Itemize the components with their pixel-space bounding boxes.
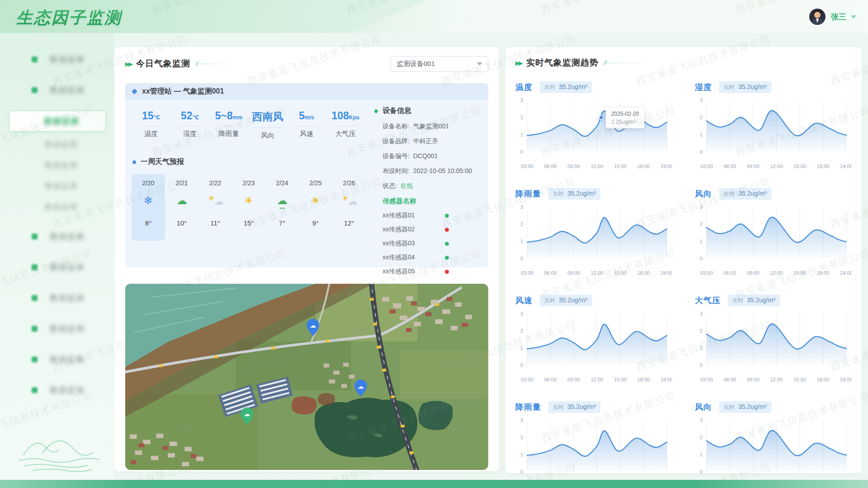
svg-text:12:00: 12:00	[591, 377, 604, 382]
forecast-day[interactable]: 2/25 ☀ 9°	[299, 174, 332, 241]
realtime-badge: 实时 35.2ug/m³	[719, 401, 771, 413]
svg-text:12:00: 12:00	[770, 377, 783, 382]
forecast-day[interactable]: 2/26 ☀☁ 12°	[332, 174, 366, 241]
forecast-date: 2/25	[299, 179, 332, 187]
sidebar-item-blurred[interactable]: 数据监测	[0, 350, 114, 368]
svg-text:24:00: 24:00	[660, 377, 672, 382]
svg-text:24:00: 24:00	[840, 270, 852, 276]
badge-label: 实时	[544, 84, 555, 91]
chart-plot[interactable]: 03:0006:0009:0012:0015:0018:0024:003210	[515, 309, 672, 384]
sidebar-item-blurred[interactable]: 数据监测	[0, 178, 114, 194]
chart-plot[interactable]: 03:0006:0009:0012:0015:0018:0024:003210	[695, 309, 852, 384]
svg-text:18:00: 18:00	[637, 164, 650, 169]
sidebar-item-blurred[interactable]: 数据监测	[0, 258, 114, 276]
forecast-day[interactable]: 2/20 ❄ 8°	[132, 174, 165, 241]
snow-icon: ❄	[144, 194, 153, 206]
forecast-day[interactable]: 2/23 ☀ 15°	[232, 174, 265, 241]
satellite-map[interactable]: ☁ ☁ ☁	[125, 284, 488, 470]
chevron-down-icon[interactable]	[851, 15, 856, 19]
menu-bullet-icon	[32, 87, 38, 93]
forecast-day[interactable]: 2/21 ☁ 10°	[165, 174, 198, 241]
chart-plot[interactable]: 03:0006:0009:0012:0015:0018:0024:003210	[515, 416, 672, 488]
forecast-date: 2/22	[198, 179, 232, 187]
chart-plot[interactable]: 03:0006:0009:0012:0015:0018:0024:003210	[695, 416, 852, 488]
menu-bullet-icon	[32, 56, 38, 62]
sidebar-item-label: 数据监测	[45, 202, 78, 212]
sidebar-item-blurred[interactable]: 数据监测	[0, 319, 114, 338]
sidebar-item-label: 数据监测	[50, 354, 85, 365]
svg-text:1: 1	[520, 132, 523, 137]
dropdown-caret-icon	[477, 62, 482, 66]
sidebar-item-blurred[interactable]: 数据监测	[0, 227, 114, 245]
forecast-date: 2/23	[232, 179, 265, 187]
user-menu[interactable]: 张三	[808, 6, 856, 27]
chart-plot[interactable]: 03:0006:0009:0012:0015:0018:0024:003210	[695, 202, 852, 277]
weather-stats-row: 15℃ 温度 52℃ 湿度 5~8mm 降雨量 西南风 风向 5m/s 风速 1…	[132, 110, 368, 140]
stat-divider	[293, 126, 320, 126]
chart-title: 大气压	[695, 295, 721, 306]
weather-icon: ☁	[165, 193, 198, 213]
forecast-temp: 9°	[299, 219, 332, 227]
sensor-list: xx传感器01 xx传感器02 xx传感器03 xx传感器04 xx传感器05	[374, 211, 481, 276]
field-value: 中科正齐	[413, 137, 439, 145]
svg-text:1: 1	[520, 345, 523, 351]
chart-plot[interactable]: 03:0006:0009:0012:0015:0018:0024:003210	[515, 202, 672, 277]
svg-text:2: 2	[700, 328, 703, 333]
sidebar-item-blurred[interactable]: 数据监测	[0, 199, 114, 215]
footer-bar	[0, 480, 868, 488]
svg-text:3: 3	[700, 98, 703, 103]
forecast-date: 2/24	[265, 179, 299, 187]
sidebar-item-label: 数据监测	[50, 85, 85, 95]
svg-text:18:00: 18:00	[817, 270, 830, 276]
badge-value: 35.2ug/m³	[567, 190, 596, 197]
chart-plot[interactable]: 03:0006:0009:0012:0015:0018:0024:003210	[695, 96, 852, 171]
forecast-day[interactable]: 2/24 ☁ 7°	[265, 174, 299, 241]
trend-chart: 降雨量 实时 35.2ug/m³ 03:0006:0009:0012:0015:…	[515, 400, 672, 488]
svg-text:2: 2	[520, 221, 523, 227]
forecast-day[interactable]: 2/22 ☀☁ 11°	[198, 174, 232, 241]
trend-chart: 温度 实时 35.2ug/m³ 03:0006:0009:0012:0015:0…	[515, 80, 672, 173]
sidebar-item-blurred[interactable]: 数据监测	[0, 81, 114, 99]
sidebar-item-label: 数据监测	[50, 54, 85, 65]
svg-text:24:00: 24:00	[660, 270, 672, 276]
weather-icon: ☀☁	[332, 193, 366, 213]
forecast-title: 一周天气预报	[132, 157, 368, 167]
menu-bullet-icon	[32, 326, 38, 332]
trend-charts-card: ▶▶ 实时气象监测趋势 // 温度 实时 35.2ug/m³ 03:0006:0…	[505, 47, 862, 473]
sensor-status-icon	[445, 256, 449, 260]
sensor-row: xx传感器02	[374, 225, 481, 234]
realtime-badge: 实时 35.2ug/m³	[540, 295, 592, 306]
slash-decoration: //	[196, 61, 199, 67]
sidebar-item-blurred[interactable]: 数据监测	[0, 137, 114, 152]
cloud-icon: ☁	[358, 383, 364, 389]
svg-text:15:00: 15:00	[793, 377, 806, 382]
sidebar-item-label: 数据监测	[50, 293, 85, 303]
stat-value: 西南风	[248, 110, 287, 124]
sidebar-item-blurred[interactable]: 数据监测	[0, 158, 114, 173]
sidebar-item-blurred[interactable]: 数据监测	[0, 289, 114, 307]
sidebar-item-selected[interactable]: 数据监测	[9, 111, 106, 131]
badge-label: 实时	[553, 190, 564, 198]
sidebar-item-label: 数据监测	[50, 231, 85, 242]
user-avatar[interactable]	[808, 8, 826, 26]
field-label: 设备名称:	[382, 122, 410, 130]
svg-text:0: 0	[700, 362, 703, 368]
svg-text:09:00: 09:00	[747, 164, 760, 169]
cloud-icon: ☁	[310, 322, 316, 329]
stat-divider	[216, 126, 242, 126]
sidebar-item-blurred[interactable]: 数据监测	[0, 50, 114, 68]
sidebar-item-blurred[interactable]: 数据监测	[0, 381, 114, 399]
device-select-dropdown[interactable]: 监测设备001	[391, 56, 488, 72]
cloud-icon: ☁	[244, 411, 250, 418]
sensor-name: xx传感器01	[382, 211, 437, 220]
stat-value: 5m/s	[287, 110, 326, 122]
badge-value: 35.2ug/m³	[559, 83, 587, 90]
forecast-date: 2/20	[132, 179, 165, 187]
svg-text:15:00: 15:00	[793, 164, 806, 169]
sidebar-item-list: 数据监测数据监测数据监测数据监测数据监测数据监测数据监测数据监测数据监测数据监测…	[0, 33, 114, 399]
badge-label: 实时	[724, 404, 735, 411]
chart-plot[interactable]: 03:0006:0009:0012:0015:0018:0024:003210	[515, 96, 672, 171]
trend-chart: 大气压 实时 35.2ug/m³ 03:0006:0009:0012:0015:…	[695, 294, 852, 386]
svg-text:2: 2	[700, 115, 703, 120]
trend-chart: 风速 实时 35.2ug/m³ 03:0006:0009:0012:0015:0…	[515, 294, 672, 386]
